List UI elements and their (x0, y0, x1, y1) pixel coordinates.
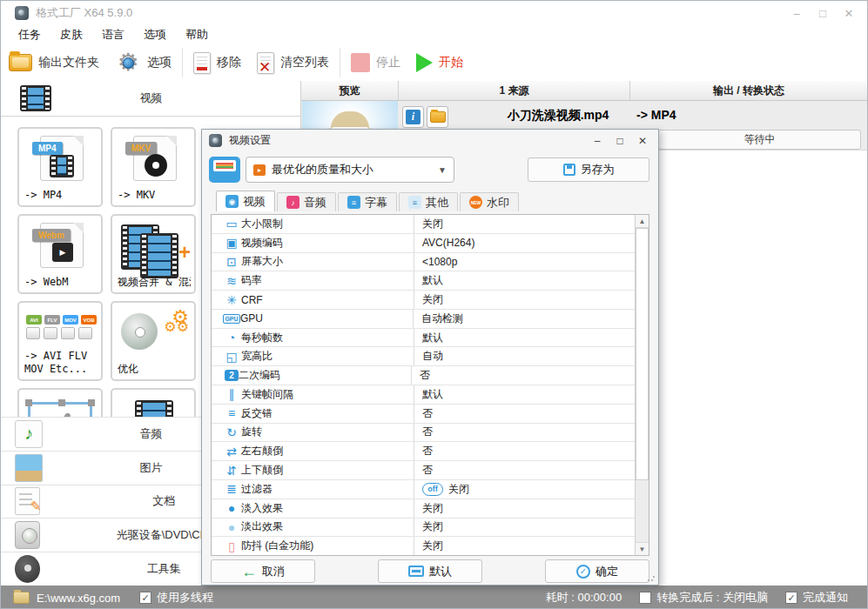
maximize-button[interactable]: □ (813, 4, 832, 22)
setting-value[interactable]: 否 (414, 405, 635, 423)
setting-value[interactable]: 否 (411, 366, 635, 385)
setting-row-9[interactable]: ∥关键帧间隔默认 (212, 385, 635, 405)
shutdown-after-checkbox[interactable] (639, 592, 651, 604)
setting-value[interactable]: 默认 (414, 329, 635, 347)
format-card-mkv[interactable]: MKV-> MKV (111, 127, 196, 207)
format-card-optimize[interactable]: ⚙⚙⚙优化 (111, 301, 196, 381)
setting-label: 过滤器 (241, 482, 414, 497)
dialog-close-button[interactable]: ✕ (634, 133, 651, 149)
scrollbar-thumb[interactable] (636, 228, 649, 480)
quality-preset-select[interactable]: ▸ 最优化的质量和大小 ▼ (246, 157, 454, 183)
format-card-multi[interactable]: AVIFLVMOVVOB-> AVI FLV MOV Etc... (17, 301, 103, 381)
save-as-button[interactable]: 另存为 (528, 157, 649, 182)
setting-value[interactable]: 否 (414, 442, 635, 460)
start-button[interactable]: 开始 (408, 46, 471, 79)
sidebar-section-video[interactable]: 视频 (1, 81, 300, 117)
open-folder-button[interactable] (427, 106, 448, 128)
menu-item-2[interactable]: 语言 (98, 26, 128, 44)
setting-row-14[interactable]: ≣过滤器off关闭 (212, 480, 635, 499)
tab-水印[interactable]: NEW水印 (460, 192, 519, 211)
multithread-checkbox[interactable]: ✓ (139, 592, 151, 604)
setting-row-2[interactable]: ⊡屏幕大小<1080p (212, 253, 635, 272)
tab-字幕[interactable]: ≡字幕 (338, 192, 397, 211)
menu-bar: 任务皮肤语言选项帮助 (1, 25, 867, 44)
setting-row-5[interactable]: GPUGPU自动检测 (212, 310, 635, 329)
media-info-button[interactable]: i (402, 106, 424, 128)
output-path[interactable]: E:\www.x6g.com (37, 592, 120, 605)
setting-row-6[interactable]: ◔每秒帧数默认 (212, 329, 635, 348)
remove-button[interactable]: 移除 (185, 46, 249, 79)
close-button[interactable]: ✕ (839, 4, 858, 22)
setting-row-7[interactable]: ◱宽高比自动 (212, 347, 635, 366)
dialog-resize-grip[interactable] (647, 573, 656, 582)
setting-value[interactable]: off关闭 (414, 480, 635, 499)
preset-tray-icon (209, 157, 240, 183)
setting-value[interactable]: 自动 (414, 347, 635, 365)
keyframe-icon: ∥ (222, 387, 241, 401)
film-strip-icon (135, 400, 173, 417)
task-list-header: 预览 1 来源 输出 / 转换状态 (301, 81, 867, 101)
stop-button[interactable]: 停止 (343, 46, 408, 79)
header-source[interactable]: 1 来源 (399, 81, 630, 100)
setting-value[interactable]: 自动检测 (413, 310, 635, 328)
scroll-down-icon[interactable]: ▼ (636, 542, 649, 555)
setting-row-3[interactable]: ≋码率默认 (212, 271, 635, 291)
remove-doc-icon (193, 52, 211, 74)
setting-value[interactable]: 关闭 (414, 537, 635, 555)
header-preview[interactable]: 预览 (301, 81, 399, 100)
output-folder-button[interactable]: 输出文件夹 (1, 46, 107, 79)
shutdown-after-label: 转换完成后 : 关闭电脑 (656, 590, 768, 606)
ok-button[interactable]: ✓ 确定 (545, 559, 649, 583)
setting-row-11[interactable]: ↻旋转否 (212, 424, 635, 443)
app-tile-icon (61, 327, 75, 339)
default-button[interactable]: 默认 (378, 559, 482, 583)
options-button[interactable]: ⚙ 选项 (107, 46, 179, 79)
setting-row-15[interactable]: ●淡入效果关闭 (212, 499, 635, 519)
gears-icon: ⚙⚙⚙ (164, 310, 189, 332)
setting-value[interactable]: 关闭 (414, 291, 635, 309)
setting-row-4[interactable]: ✳CRF关闭 (212, 291, 635, 310)
setting-row-17[interactable]: ▯防抖 (白金功能)关闭 (212, 537, 635, 555)
header-output-status[interactable]: 输出 / 转换状态 (630, 81, 867, 100)
scrollbar[interactable]: ▲ ▼ (635, 215, 649, 555)
output-format: -> MP4 (636, 108, 676, 122)
menu-item-0[interactable]: 任务 (15, 26, 44, 44)
clear-list-button[interactable]: 清空列表 (249, 46, 337, 79)
dialog-maximize-button[interactable]: □ (611, 133, 629, 149)
format-card-merge[interactable]: +视频合并 & 混流 (111, 214, 196, 294)
menu-item-3[interactable]: 选项 (140, 26, 170, 44)
setting-value[interactable]: 否 (414, 461, 635, 479)
tab-其他[interactable]: ≡其他 (399, 192, 458, 211)
format-card-partial-film[interactable] (111, 388, 196, 417)
setting-value[interactable]: AVC(H264) (414, 234, 635, 252)
setting-row-1[interactable]: ▣视频编码AVC(H264) (212, 234, 635, 253)
setting-value[interactable]: 否 (414, 424, 635, 442)
source-filename: 小刀洗澡视频.mp4 (454, 108, 663, 124)
notify-checkbox[interactable]: ✓ (785, 592, 797, 604)
setting-value[interactable]: 关闭 (414, 215, 635, 233)
dialog-minimize-button[interactable]: – (589, 133, 606, 149)
setting-value[interactable]: <1080p (414, 253, 635, 271)
atom-icon: ✳ (222, 293, 241, 307)
setting-row-16[interactable]: ●淡出效果关闭 (212, 519, 635, 538)
setting-value[interactable]: 默认 (414, 271, 635, 290)
setting-value[interactable]: 关闭 (414, 519, 635, 537)
setting-value[interactable]: 默认 (414, 385, 635, 404)
scroll-up-icon[interactable]: ▲ (636, 215, 649, 228)
format-card-webm[interactable]: Webm▶-> WebM (17, 214, 103, 294)
setting-row-12[interactable]: ⇄左右颠倒否 (212, 442, 635, 461)
setting-row-13[interactable]: ⇵上下颠倒否 (212, 461, 635, 480)
cancel-button[interactable]: ← 取消 (211, 559, 315, 583)
menu-item-4[interactable]: 帮助 (182, 26, 212, 44)
setting-row-10[interactable]: ≡反交错否 (212, 405, 635, 424)
format-card-mp4[interactable]: MP4-> MP4 (17, 127, 103, 207)
tab-视频[interactable]: ◉视频 (216, 191, 275, 211)
format-card-partial-crop[interactable] (17, 388, 103, 417)
setting-value[interactable]: 关闭 (414, 499, 635, 518)
setting-row-0[interactable]: ▭大小限制关闭 (212, 215, 635, 234)
minimize-button[interactable]: – (787, 4, 806, 22)
setting-row-8[interactable]: 2二次编码否 (212, 366, 635, 385)
menu-item-1[interactable]: 皮肤 (57, 26, 86, 44)
音频-tab-icon: ♪ (286, 196, 299, 209)
tab-音频[interactable]: ♪音频 (277, 192, 336, 211)
